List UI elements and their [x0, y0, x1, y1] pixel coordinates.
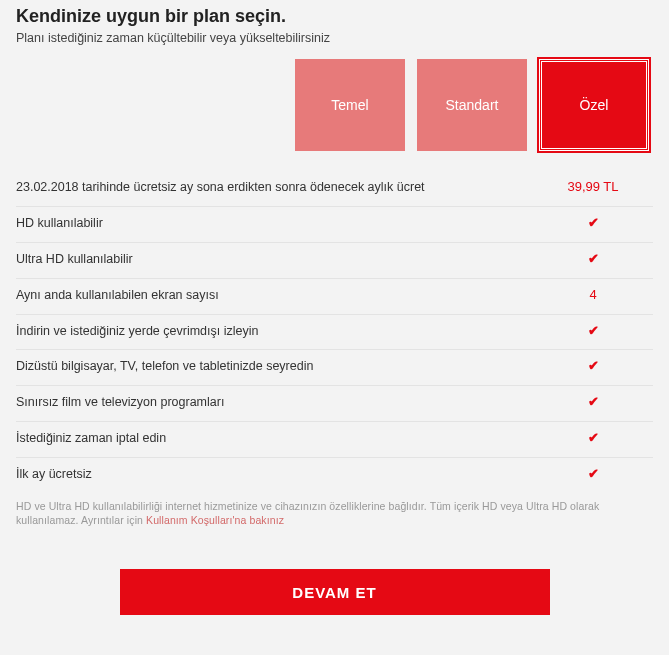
check-icon: ✔ [588, 466, 599, 481]
row-screens-label: Aynı anda kullanılabilen ekran sayısı [16, 287, 533, 304]
row-unlimited: Sınırsız film ve televizyon programları … [16, 386, 653, 422]
row-freemonth-label: İlk ay ücretsiz [16, 466, 533, 483]
check-icon: ✔ [588, 394, 599, 409]
row-unlimited-label: Sınırsız film ve televizyon programları [16, 394, 533, 411]
terms-link[interactable]: Kullanım Koşulları'na bakınız [146, 514, 284, 526]
plan-tile-premium[interactable]: Özel [539, 59, 649, 151]
fineprint-text: HD ve Ultra HD kullanılabilirliği intern… [16, 500, 599, 526]
plan-tiles: Temel Standart Özel [16, 59, 653, 151]
row-download: İndirin ve istediğiniz yerde çevrimdışı … [16, 315, 653, 351]
page-subtitle: Planı istediğiniz zaman küçültebilir vey… [16, 31, 653, 45]
continue-button[interactable]: DEVAM ET [120, 569, 550, 615]
plan-tile-basic[interactable]: Temel [295, 59, 405, 151]
check-icon: ✔ [588, 358, 599, 373]
row-freemonth: İlk ay ücretsiz ✔ [16, 458, 653, 493]
row-hd-label: HD kullanılabilir [16, 215, 533, 232]
row-cancel-label: İstediğiniz zaman iptal edin [16, 430, 533, 447]
check-icon: ✔ [588, 251, 599, 266]
row-screens: Aynı anda kullanılabilen ekran sayısı 4 [16, 279, 653, 315]
row-price-label: 23.02.2018 tarihinde ücretsiz ay sona er… [16, 179, 533, 196]
page-title: Kendinize uygun bir plan seçin. [16, 6, 653, 27]
row-uhd-label: Ultra HD kullanılabilir [16, 251, 533, 268]
plan-tile-standard[interactable]: Standart [417, 59, 527, 151]
row-hd: HD kullanılabilir ✔ [16, 207, 653, 243]
row-price: 23.02.2018 tarihinde ücretsiz ay sona er… [16, 171, 653, 207]
row-devices: Dizüstü bilgisayar, TV, telefon ve table… [16, 350, 653, 386]
row-screens-value: 4 [533, 287, 653, 302]
check-icon: ✔ [588, 215, 599, 230]
row-price-value: 39,99 TL [533, 179, 653, 194]
check-icon: ✔ [588, 430, 599, 445]
check-icon: ✔ [588, 323, 599, 338]
fineprint: HD ve Ultra HD kullanılabilirliği intern… [16, 499, 653, 527]
row-download-label: İndirin ve istediğiniz yerde çevrimdışı … [16, 323, 533, 340]
row-uhd: Ultra HD kullanılabilir ✔ [16, 243, 653, 279]
row-devices-label: Dizüstü bilgisayar, TV, telefon ve table… [16, 358, 533, 375]
row-cancel: İstediğiniz zaman iptal edin ✔ [16, 422, 653, 458]
